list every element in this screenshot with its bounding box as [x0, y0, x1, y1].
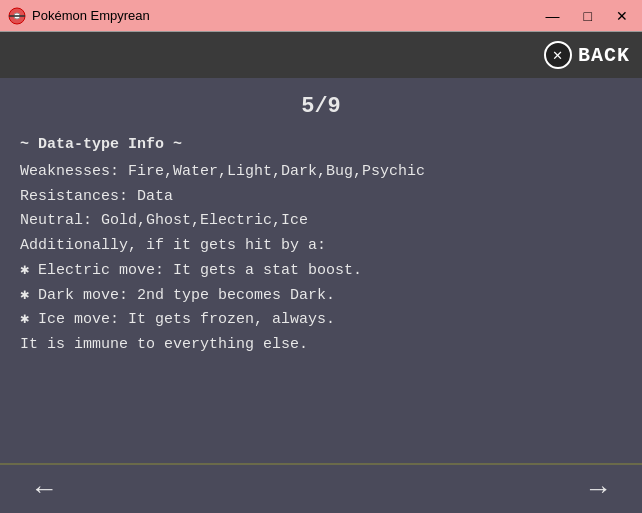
titlebar-left: Pokémon Empyrean [8, 7, 150, 25]
neutral-line: Neutral: Gold,Ghost,Electric,Ice [20, 212, 308, 229]
weaknesses-line: Weaknesses: Fire,Water,Light,Dark,Bug,Ps… [20, 163, 425, 180]
info-text: ~ Data-type Info ~ Weaknesses: Fire,Wate… [20, 133, 622, 358]
app-icon [8, 7, 26, 25]
bottombar: ← → [0, 463, 642, 513]
resistances-line: Resistances: Data [20, 188, 173, 205]
titlebar: Pokémon Empyrean — □ ✕ [0, 0, 642, 32]
svg-rect-2 [9, 15, 25, 17]
back-label: BACK [578, 44, 630, 67]
additionally-line: Additionally, if it gets hit by a: [20, 237, 326, 254]
topbar: ✕ BACK [0, 32, 642, 78]
immune-line: It is immune to everything else. [20, 336, 308, 353]
content-area: 5/9 ~ Data-type Info ~ Weaknesses: Fire,… [0, 78, 642, 463]
close-button[interactable]: ✕ [610, 6, 634, 26]
back-icon: ✕ [544, 41, 572, 69]
minimize-button[interactable]: — [540, 6, 566, 26]
maximize-button[interactable]: □ [578, 6, 598, 26]
dark-line: ✱ Dark move: 2nd type becomes Dark. [20, 287, 335, 304]
page-number: 5/9 [20, 94, 622, 119]
electric-line: ✱ Electric move: It gets a stat boost. [20, 262, 362, 279]
section-title: ~ Data-type Info ~ [20, 133, 622, 158]
app-title: Pokémon Empyrean [32, 8, 150, 23]
titlebar-controls: — □ ✕ [540, 6, 634, 26]
next-button[interactable]: → [574, 469, 622, 509]
back-button[interactable]: ✕ BACK [544, 41, 630, 69]
prev-button[interactable]: ← [20, 469, 68, 509]
ice-line: ✱ Ice move: It gets frozen, always. [20, 311, 335, 328]
